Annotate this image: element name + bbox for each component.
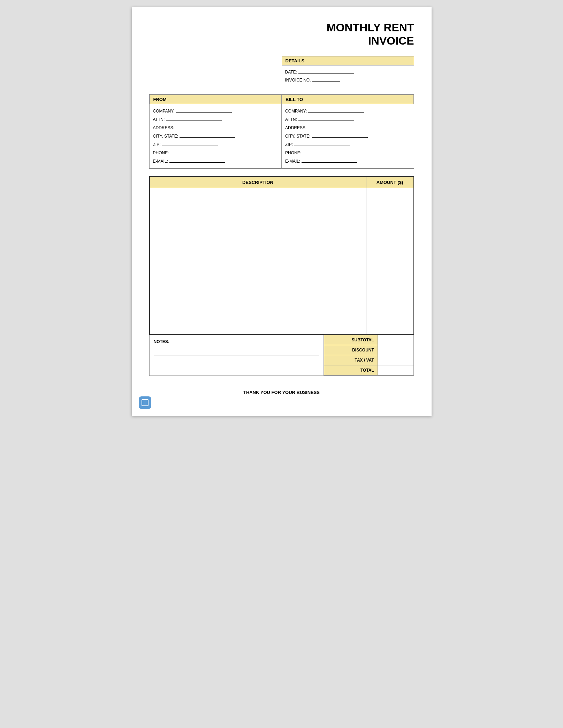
from-column: FROM COMPANY: ATTN: ADDRESS: CITY, STATE…: [149, 94, 282, 169]
billto-city-value[interactable]: [312, 133, 368, 138]
subtotal-label: SUBTOTAL: [324, 335, 378, 345]
notes-line-3: [154, 356, 319, 356]
from-attn-value[interactable]: [166, 116, 222, 121]
discount-label: DISCOUNT: [324, 345, 378, 355]
billto-body: COMPANY: ATTN: ADDRESS: CITY, STATE: ZIP…: [282, 104, 414, 168]
amount-cell[interactable]: [366, 188, 413, 334]
invoice-no-field: INVOICE NO.: [285, 76, 411, 84]
app-icon: [139, 396, 151, 409]
billto-attn-field: ATTN:: [285, 115, 410, 124]
billto-company-value[interactable]: [308, 108, 364, 113]
totals-table: SUBTOTAL DISCOUNT TAX / VAT TOTAL: [324, 335, 414, 375]
billto-phone-field: PHONE:: [285, 149, 410, 157]
from-zip-value[interactable]: [162, 141, 218, 146]
amount-header: AMOUNT ($): [366, 177, 413, 188]
billto-address-field: ADDRESS:: [285, 124, 410, 132]
date-field: DATE:: [285, 68, 411, 76]
from-city-label: CITY, STATE:: [153, 132, 178, 140]
invoice-title: MONTHLY RENT INVOICE: [149, 21, 414, 48]
items-table: DESCRIPTION AMOUNT ($): [149, 176, 414, 335]
from-email-value[interactable]: [169, 158, 225, 163]
billto-phone-label: PHONE:: [285, 149, 301, 157]
billto-email-label: E-MAIL:: [285, 157, 300, 165]
from-email-field: E-MAIL:: [153, 157, 278, 165]
billto-attn-label: ATTN:: [285, 115, 297, 124]
from-address-value[interactable]: [176, 124, 231, 129]
billto-address-value[interactable]: [308, 124, 364, 129]
total-value[interactable]: [378, 365, 413, 375]
from-company-field: COMPANY:: [153, 107, 278, 115]
billto-city-label: CITY, STATE:: [285, 132, 311, 140]
thank-you-text: THANK YOU FOR YOUR BUSINESS: [149, 390, 414, 395]
billto-zip-field: ZIP:: [285, 140, 410, 149]
from-zip-label: ZIP:: [153, 140, 161, 149]
billto-email-value[interactable]: [302, 158, 357, 163]
title-line2: INVOICE: [149, 34, 414, 47]
billto-email-field: E-MAIL:: [285, 157, 410, 165]
from-city-value[interactable]: [180, 133, 235, 138]
billto-attn-value[interactable]: [298, 116, 354, 121]
from-company-value[interactable]: [176, 108, 232, 113]
from-email-label: E-MAIL:: [153, 157, 168, 165]
from-phone-value[interactable]: [170, 149, 226, 154]
tax-value[interactable]: [378, 355, 413, 365]
billto-company-field: COMPANY:: [285, 107, 410, 115]
billto-city-field: CITY, STATE:: [285, 132, 410, 140]
details-section: DETAILS DATE: INVOICE NO.: [282, 56, 414, 87]
notes-field: NOTES:: [154, 338, 319, 344]
billto-phone-value[interactable]: [303, 149, 358, 154]
tax-row: TAX / VAT: [324, 355, 413, 365]
invoice-no-label: INVOICE NO.: [285, 76, 311, 84]
from-attn-field: ATTN:: [153, 115, 278, 124]
from-zip-field: ZIP:: [153, 140, 278, 149]
notes-line-2: [154, 350, 319, 350]
details-header: DETAILS: [282, 56, 414, 65]
billto-address-label: ADDRESS:: [285, 124, 306, 132]
billto-company-label: COMPANY:: [285, 107, 307, 115]
notes-column: NOTES:: [150, 335, 324, 375]
from-address-field: ADDRESS:: [153, 124, 278, 132]
from-phone-field: PHONE:: [153, 149, 278, 157]
description-cell[interactable]: [150, 188, 366, 334]
notes-value[interactable]: [171, 338, 275, 343]
from-billto-section: FROM COMPANY: ATTN: ADDRESS: CITY, STATE…: [149, 94, 414, 169]
totals-column: SUBTOTAL DISCOUNT TAX / VAT TOTAL: [324, 335, 414, 375]
from-phone-label: PHONE:: [153, 149, 169, 157]
billto-zip-label: ZIP:: [285, 140, 293, 149]
invoice-no-value[interactable]: [312, 77, 340, 82]
title-line1: MONTHLY RENT: [149, 21, 414, 34]
bottom-section: NOTES: SUBTOTAL DISCOUNT TAX / VAT: [149, 335, 414, 376]
billto-zip-value[interactable]: [294, 141, 350, 146]
invoice-page: MONTHLY RENT INVOICE DETAILS DATE: INVOI…: [132, 7, 432, 416]
subtotal-row: SUBTOTAL: [324, 335, 413, 345]
date-label: DATE:: [285, 68, 297, 76]
from-header: FROM: [150, 95, 282, 104]
billto-column: BILL TO COMPANY: ATTN: ADDRESS: CITY, ST…: [282, 94, 414, 169]
from-address-label: ADDRESS:: [153, 124, 174, 132]
total-label: TOTAL: [324, 365, 378, 375]
total-row: TOTAL: [324, 365, 413, 375]
subtotal-value[interactable]: [378, 335, 413, 345]
discount-row: DISCOUNT: [324, 345, 413, 355]
table-row: [150, 188, 414, 334]
discount-value[interactable]: [378, 345, 413, 355]
billto-header: BILL TO: [282, 95, 414, 104]
app-icon-inner: [142, 399, 149, 406]
details-body: DATE: INVOICE NO.: [282, 65, 414, 87]
table-header-row: DESCRIPTION AMOUNT ($): [150, 177, 414, 188]
from-attn-label: ATTN:: [153, 115, 165, 124]
notes-label: NOTES:: [154, 339, 169, 344]
from-body: COMPANY: ATTN: ADDRESS: CITY, STATE: ZIP…: [150, 104, 282, 168]
date-value[interactable]: [298, 69, 354, 73]
description-header: DESCRIPTION: [150, 177, 366, 188]
tax-label: TAX / VAT: [324, 355, 378, 365]
from-company-label: COMPANY:: [153, 107, 175, 115]
from-city-field: CITY, STATE:: [153, 132, 278, 140]
